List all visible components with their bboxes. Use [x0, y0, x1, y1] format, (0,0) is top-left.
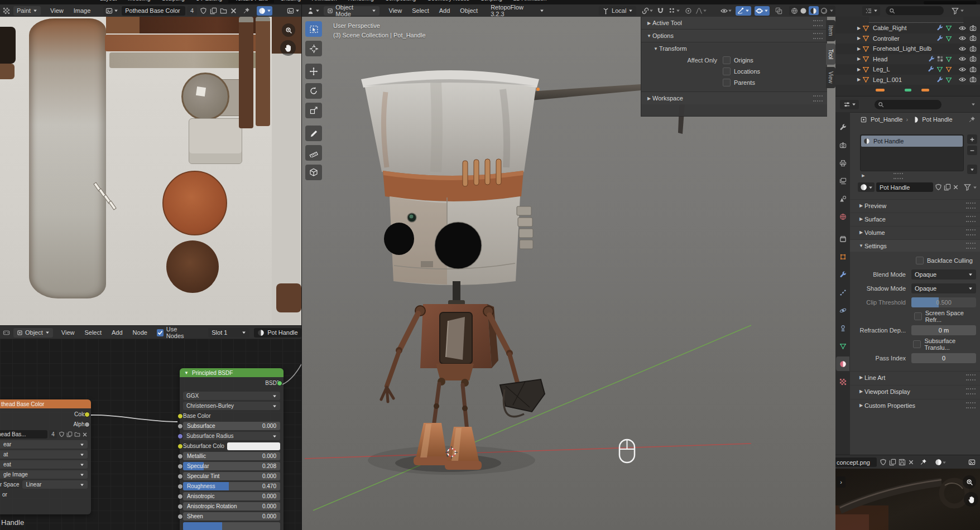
wireframe-shading-icon[interactable] [791, 7, 798, 15]
sidebar-tab-tool[interactable]: Tool [826, 44, 835, 65]
object-name[interactable]: Head [873, 56, 928, 62]
backface-culling-checkbox[interactable] [916, 257, 924, 264]
retopoflow-menu[interactable]: RetopoFlow 3.2.3 [487, 6, 547, 16]
pan-button[interactable] [280, 40, 296, 56]
panel-grip[interactable] [966, 243, 976, 249]
node-image-users[interactable]: 4 [49, 430, 57, 439]
image-icon[interactable] [968, 459, 976, 466]
ssr-checkbox[interactable] [914, 312, 922, 320]
workspace-tab-active[interactable]: Texture Paint [228, 0, 274, 3]
workspace-tab[interactable]: Compositing [380, 0, 421, 2]
metallic-slider[interactable]: Metallic0.000 [183, 452, 280, 460]
chevron-down-icon[interactable] [703, 8, 707, 13]
workspace-tab[interactable]: Layout [95, 0, 122, 2]
overlays-toggle[interactable] [755, 6, 770, 16]
viewport-editor-type-button[interactable] [305, 6, 321, 16]
object-name[interactable]: Cable_Right [873, 25, 936, 31]
panel-grip[interactable] [966, 374, 976, 380]
expand-icon[interactable]: ▶ [856, 46, 862, 51]
modifier-icon[interactable] [936, 35, 943, 42]
workspace-tab[interactable]: Geometry Nodes [422, 0, 474, 2]
eye-icon[interactable] [959, 25, 966, 32]
tab-scene[interactable] [836, 191, 849, 206]
snap-elements-icon[interactable] [669, 7, 676, 15]
menu-object[interactable]: Object [455, 7, 483, 14]
menu-image[interactable]: Image [69, 7, 96, 14]
workspace-tab[interactable]: Shading [275, 0, 306, 2]
tab-world[interactable] [836, 209, 849, 224]
roughness-slider[interactable]: Roughness0.470 [183, 482, 280, 490]
anisotropic-rotation-socket[interactable] [177, 504, 183, 509]
extension-dropdown[interactable]: eat [0, 460, 88, 469]
mode-dropdown[interactable]: Object Mode [324, 6, 379, 16]
volume-panel-header[interactable]: ▶Volume [850, 226, 980, 238]
panel-grip[interactable] [966, 402, 976, 408]
slot-expand-icon[interactable]: ▶ [860, 174, 867, 178]
mesh-data-icon[interactable] [945, 25, 952, 31]
origins-checkbox[interactable] [723, 56, 731, 64]
specular-tint-slider[interactable]: Specular Tint0.000 [183, 472, 280, 480]
panel-grip[interactable] [966, 203, 976, 209]
zoom-button[interactable] [963, 475, 976, 489]
copy-icon[interactable] [889, 459, 896, 466]
outliner-row[interactable]: ▶ Cable_Right [835, 23, 980, 33]
tab-particles[interactable] [836, 285, 849, 300]
menu-view[interactable]: View [56, 329, 80, 336]
workspace-tab[interactable]: 2D Animation [508, 0, 551, 2]
workspace-tab[interactable]: UV Editing [191, 0, 227, 2]
annotate-tool[interactable] [305, 126, 322, 141]
locations-checkbox[interactable] [723, 68, 731, 75]
use-nodes-checkbox[interactable] [157, 329, 164, 336]
solid-shading-icon[interactable] [800, 7, 807, 15]
tab-view-layer[interactable] [836, 174, 849, 188]
subsurface-color-socket[interactable] [177, 444, 183, 449]
modifier-icon[interactable] [928, 66, 934, 73]
image-users-button[interactable]: 4 [187, 6, 197, 16]
chevron-down-icon[interactable] [676, 8, 680, 13]
distribution-dropdown[interactable]: GGX [183, 392, 280, 400]
close-icon[interactable] [908, 459, 914, 465]
expand-icon[interactable]: ▶ [856, 67, 862, 72]
scale-tool[interactable] [305, 103, 322, 118]
falloff-curve-icon[interactable] [695, 7, 703, 15]
move-tool[interactable] [305, 64, 322, 79]
menu-view[interactable]: View [384, 7, 407, 14]
menu-add[interactable]: Add [107, 329, 128, 336]
tab-collection[interactable] [836, 232, 849, 246]
snap-target-icon[interactable] [642, 7, 649, 15]
texture-canvas[interactable] [0, 17, 302, 325]
add-workspace-button[interactable]: + [553, 0, 566, 2]
filter-icon[interactable] [964, 184, 971, 191]
expand-icon[interactable]: ▶ [856, 77, 862, 82]
tab-modifiers[interactable] [836, 267, 849, 282]
mesh-data-icon[interactable] [945, 56, 952, 62]
browse-image-button[interactable] [103, 6, 120, 16]
new-image-icon[interactable] [210, 7, 217, 15]
outliner-row[interactable]: ▶ Leg_L [835, 64, 980, 75]
image-name-field[interactable]: Pothead Base Color [122, 6, 185, 16]
remove-slot-button[interactable] [967, 146, 977, 155]
panel-grip[interactable] [813, 95, 823, 102]
object-name[interactable]: Controller [873, 35, 936, 42]
color-socket[interactable] [84, 412, 90, 417]
material-slot-selected[interactable]: Pot Handle [861, 136, 963, 147]
modifier-icon[interactable] [928, 56, 935, 62]
fake-user-icon[interactable] [880, 459, 887, 466]
panel-grip[interactable] [813, 33, 823, 39]
eye-icon[interactable] [959, 76, 966, 83]
alpha-socket[interactable] [84, 422, 90, 427]
material-selector[interactable]: Pot Handle [254, 328, 301, 338]
chevron-down-icon[interactable] [649, 8, 654, 13]
material-shading-button[interactable] [809, 6, 819, 15]
pass-index-field[interactable]: 0 [911, 353, 976, 363]
object-name[interactable]: Forehead_Light_Bulb [873, 45, 952, 52]
anisotropic-socket[interactable] [177, 494, 183, 499]
source-dropdown[interactable]: gle Image [0, 470, 88, 479]
expand-icon[interactable]: ▶ [856, 26, 862, 31]
slot-grip[interactable] [893, 173, 903, 179]
pan-button[interactable] [964, 492, 978, 507]
viewport-canvas[interactable]: User Perspective (3) Scene Collection | … [302, 17, 836, 530]
subsurface-slider[interactable]: Subsurface0.000 [183, 422, 280, 430]
tab-material-active[interactable] [836, 356, 849, 371]
modifier-icon[interactable] [936, 25, 943, 31]
